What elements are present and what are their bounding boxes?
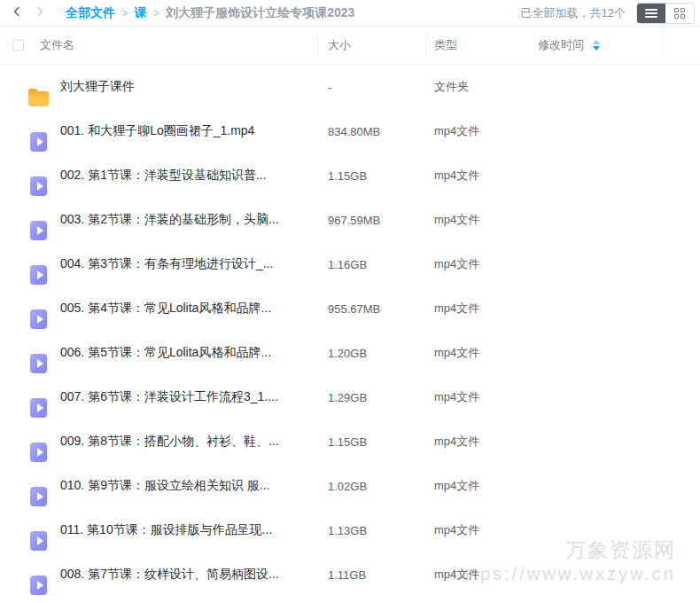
header-divider [425, 34, 426, 58]
file-row[interactable]: 003. 第2节课：洋装的基础形制，头脑... 967.59MB mp4文件 [0, 198, 700, 242]
back-button[interactable] [5, 2, 28, 25]
breadcrumb-separator: > [153, 6, 160, 20]
file-row[interactable]: 001. 和大狸子聊Lo圈画裙子_1.mp4 834.80MB mp4文件 [0, 109, 700, 153]
file-list: 刘大狸子课件 - 文件夹 001. 和大狸子聊Lo圈画裙子_1.mp4 834.… [0, 65, 700, 597]
column-header-modified-time-label: 修改时间 [538, 37, 584, 53]
file-size: 1.02GB [328, 480, 367, 493]
file-row[interactable]: 009. 第8节课：搭配小物、衬衫、鞋、... 1.15GB mp4文件 [0, 419, 700, 464]
file-size: 1.13GB [328, 524, 367, 537]
file-type: mp4文件 [434, 389, 479, 405]
file-row[interactable]: 006. 第5节课：常见Lolita风格和品牌... 1.20GB mp4文件 [0, 331, 700, 375]
file-name[interactable]: 009. 第8节课：搭配小物、衬衫、鞋、... [60, 434, 279, 450]
file-type: mp4文件 [434, 478, 479, 494]
file-size: 1.11GB [328, 568, 366, 582]
file-size: 1.15GB [328, 435, 367, 449]
file-size: 1.15GB [328, 169, 367, 183]
file-type: mp4文件 [434, 434, 479, 450]
select-all-checkbox[interactable] [12, 40, 24, 51]
chevron-left-icon [12, 6, 22, 20]
breadcrumb-item-all-files[interactable]: 全部文件 [66, 5, 115, 21]
file-table-header: 文件名 大小 类型 修改时间 [0, 27, 700, 65]
toolbar: 全部文件 > 课 > 刘大狸子服饰设计立绘专项课2023 已全部加载，共12个 [0, 0, 700, 27]
file-row[interactable]: 002. 第1节课：洋装型设基础知识普... 1.15GB mp4文件 [0, 153, 700, 198]
file-type: mp4文件 [434, 522, 479, 538]
file-size: 1.20GB [328, 347, 367, 360]
file-name[interactable]: 刘大狸子课件 [60, 79, 135, 95]
breadcrumb-item-course[interactable]: 课 [135, 5, 147, 21]
file-type: mp4文件 [434, 345, 479, 361]
file-name[interactable]: 006. 第5节课：常见Lolita风格和品牌... [60, 345, 271, 361]
file-type: mp4文件 [434, 256, 479, 272]
file-row[interactable]: 004. 第3节课：有条有理地进行设计_... 1.16GB mp4文件 [0, 242, 700, 286]
load-status-text: 已全部加载，共12个 [521, 5, 626, 21]
breadcrumb-item-current-folder: 刘大狸子服饰设计立绘专项课2023 [166, 5, 354, 21]
grid-view-icon [674, 8, 685, 19]
file-type: 文件夹 [434, 79, 469, 95]
file-name[interactable]: 008. 第7节课：纹样设计、简易柄图设... [60, 567, 279, 583]
file-size: 967.59MB [328, 214, 380, 227]
file-size: - [328, 81, 331, 94]
file-type: mp4文件 [434, 212, 479, 228]
file-name[interactable]: 011. 第10节课：服设排版与作品呈现... [60, 522, 272, 538]
file-type: mp4文件 [434, 168, 479, 184]
column-header-modified-time: 修改时间 [538, 37, 600, 53]
column-header-size: 大小 [328, 37, 351, 53]
file-name[interactable]: 001. 和大狸子聊Lo圈画裙子_1.mp4 [60, 123, 254, 139]
file-size: 1.29GB [328, 391, 367, 404]
sort-toggle-icon[interactable] [593, 40, 600, 51]
file-name[interactable]: 010. 第9节课：服设立绘相关知识 服... [60, 478, 269, 494]
chevron-right-icon [35, 6, 45, 20]
file-name[interactable]: 007. 第6节课：洋装设计工作流程3_1.... [60, 389, 278, 405]
file-row[interactable]: 刘大狸子课件 - 文件夹 [0, 65, 700, 109]
file-row[interactable]: 007. 第6节课：洋装设计工作流程3_1.... 1.29GB mp4文件 [0, 375, 700, 419]
view-mode-toggle [636, 3, 695, 24]
list-view-button[interactable] [637, 4, 665, 23]
header-divider [317, 34, 318, 58]
file-name[interactable]: 004. 第3节课：有条有理地进行设计_... [60, 256, 273, 272]
file-size: 955.67MB [328, 302, 380, 316]
file-type: mp4文件 [434, 301, 479, 317]
breadcrumb: 全部文件 > 课 > 刘大狸子服饰设计立绘专项课2023 [66, 5, 354, 21]
header-divider [663, 34, 664, 58]
file-name[interactable]: 003. 第2节课：洋装的基础形制，头脑... [60, 212, 279, 228]
file-type: mp4文件 [434, 567, 479, 583]
file-row[interactable]: 011. 第10节课：服设排版与作品呈现... 1.13GB mp4文件 [0, 508, 700, 552]
file-name[interactable]: 005. 第4节课：常见Lolita风格和品牌... [60, 301, 271, 317]
file-name[interactable]: 002. 第1节课：洋装型设基础知识普... [60, 168, 267, 184]
header-divider [534, 34, 535, 58]
breadcrumb-separator: > [121, 6, 128, 20]
column-header-filename: 文件名 [40, 37, 74, 53]
column-header-type: 类型 [434, 37, 457, 53]
file-type: mp4文件 [434, 123, 479, 139]
file-row[interactable]: 010. 第9节课：服设立绘相关知识 服... 1.02GB mp4文件 [0, 464, 700, 508]
file-size: 1.16GB [328, 258, 367, 271]
file-row[interactable]: 005. 第4节课：常见Lolita风格和品牌... 955.67MB mp4文… [0, 286, 700, 331]
grid-view-button[interactable] [665, 4, 694, 23]
file-size: 834.80MB [328, 125, 380, 138]
forward-button[interactable] [28, 2, 51, 25]
file-row[interactable]: 008. 第7节课：纹样设计、简易柄图设... 1.11GB mp4文件 [0, 552, 700, 597]
list-view-icon [645, 7, 657, 20]
